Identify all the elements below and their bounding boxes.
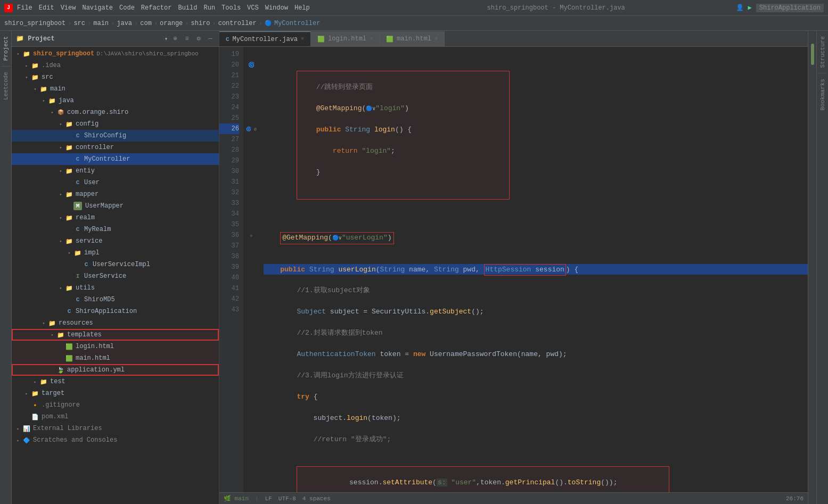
tree-utils[interactable]: ▾ 📁 utils [12,282,219,294]
tree-service[interactable]: ▾ 📁 service [12,235,219,247]
line-ending[interactable]: LF [265,495,272,502]
tree-userservice[interactable]: I UserService [12,270,219,282]
breadcrumb-main[interactable]: main [93,20,109,27]
tree-shiroconfig[interactable]: C ShiroConfig [12,130,219,142]
tree-pomxml[interactable]: 📄 pom.xml [12,411,219,423]
code-editor[interactable]: 19 20 21 22 23 24 25 26 27 28 29 30 31 3… [219,47,808,492]
breadcrumb-src[interactable]: src [73,20,85,27]
tree-mycontroller[interactable]: C MyController [12,153,219,165]
menu-window[interactable]: Window [265,4,288,12]
menu-bar[interactable]: File Edit View Navigate Code Refactor Bu… [17,4,376,12]
toolbar-sync-icon[interactable]: ⊕ [171,35,179,43]
editor-area: C MyController.java × 🟩 login.html × 🟩 m… [219,31,808,504]
breadcrumb-controller[interactable]: controller [218,20,257,27]
tree-shiromd5[interactable]: C ShiroMD5 [12,294,219,305]
tree-gitignore[interactable]: 🔸 .gitignore [12,399,219,411]
menu-refactor[interactable]: Refactor [141,4,172,12]
breadcrumb-shiro[interactable]: shiro [191,20,210,27]
toolbar-hide-icon[interactable]: — [206,35,215,43]
leetcode-tab[interactable]: Leetcode [1,69,11,103]
left-vertical-tabs: Project Leetcode [0,31,12,504]
tree-impl[interactable]: ▾ 📁 impl [12,247,219,259]
breadcrumb-com[interactable]: com [140,20,152,27]
breadcrumb-orange[interactable]: orange [160,20,183,27]
tree-mainhtml[interactable]: 🟩 main.html [12,352,219,364]
tree-external-libs[interactable]: ▸ 📊 External Libraries [12,423,219,434]
tree-applicationyml[interactable]: 🍃 application.yml [12,364,219,376]
menu-edit[interactable]: Edit [39,4,54,12]
menu-file[interactable]: File [17,4,32,12]
project-panel-title: 📁 Project [16,35,161,43]
bookmarks-tab[interactable]: Bookmarks [818,76,827,113]
tabs-bar: C MyController.java × 🟩 login.html × 🟩 m… [219,31,808,47]
tree-realm[interactable]: ▾ 📁 realm [12,212,219,224]
git-branch[interactable]: 🌿 main [224,495,249,502]
tree-userserviceimpl[interactable]: C UserServiceImpl [12,259,219,270]
tab-mycontroller[interactable]: C MyController.java × [219,31,311,46]
right-vertical-tabs: Structure Bookmarks [816,31,828,504]
menu-run[interactable]: Run [203,4,215,12]
close-tab-loginhtml[interactable]: × [370,36,373,42]
tab-mainhtml[interactable]: 🟩 main.html × [380,31,445,46]
breadcrumb-project[interactable]: shiro_springboot [4,20,65,27]
user-icon[interactable]: 👤 [736,4,744,12]
tree-src[interactable]: ▾ 📁 src [12,71,219,83]
tree-java[interactable]: ▾ 📁 java [12,95,219,106]
status-bar: 🌿 main | LF UTF-8 4 spaces 26:76 [219,492,808,504]
tree-idea[interactable]: ▸ 📁 .idea [12,60,219,71]
tab-loginhtml[interactable]: 🟩 login.html × [311,31,380,46]
menu-navigate[interactable]: Navigate [82,4,113,12]
toolbar-settings-icon[interactable]: ⚙ [194,35,203,43]
menu-view[interactable]: View [61,4,76,12]
title-right-controls: 👤 ▶ ShiroApplication [736,4,824,12]
tree-main[interactable]: ▾ 📁 main [12,83,219,95]
tree-user[interactable]: C User [12,177,219,188]
project-toolbar: 📁 Project ▾ ⊕ ≡ ⚙ — [12,31,219,47]
tree-usermapper[interactable]: M UserMapper [12,200,219,212]
code-content[interactable]: //跳转到登录页面 @GetMapping(🔵∨"login") public … [259,47,808,492]
tree-loginhtml[interactable]: 🟩 login.html [12,341,219,352]
cursor-position: 26:76 [786,495,804,502]
tree-templates[interactable]: ▾ 📁 templates [12,329,219,341]
breadcrumb-bar: shiro_springboot › src › main › java › c… [0,16,828,31]
right-strip [808,31,816,504]
gutter: 🌀 🌀 @ ◇ [243,47,259,492]
indent[interactable]: 4 spaces [302,495,331,502]
tree-target[interactable]: ▸ 📁 target [12,387,219,399]
menu-tools[interactable]: Tools [222,4,241,12]
app-name[interactable]: ShiroApplication [756,4,824,12]
tree-entiy[interactable]: ▾ 📁 entiy [12,165,219,177]
title-bar: J File Edit View Navigate Code Refactor … [0,0,828,16]
file-tree: ▾ 📁 shiro_springboot D:\JAVA\shiro\shiro… [12,47,219,504]
project-tab[interactable]: Project [1,33,11,64]
close-tab-mycontroller[interactable]: × [301,36,304,42]
encoding[interactable]: UTF-8 [278,495,296,502]
menu-code[interactable]: Code [119,4,135,12]
tree-package-com[interactable]: ▾ 📦 com.orange.shiro [12,106,219,118]
tree-root[interactable]: ▾ 📁 shiro_springboot D:\JAVA\shiro\shiro… [12,48,219,60]
toolbar-collapse-icon[interactable]: ≡ [183,35,191,43]
main-layout: Project Leetcode 📁 Project ▾ ⊕ ≡ ⚙ — ▾ 📁… [0,31,828,504]
structure-tab[interactable]: Structure [818,33,827,71]
close-tab-mainhtml[interactable]: × [435,36,438,42]
app-logo: J [4,4,13,12]
scrollbar-indicator[interactable] [811,44,814,65]
tree-config[interactable]: ▾ 📁 config [12,118,219,130]
tree-mapper[interactable]: ▾ 📁 mapper [12,188,219,200]
menu-help[interactable]: Help [294,4,310,12]
tree-myrealm[interactable]: C MyRealm [12,224,219,235]
status-separator: | [255,495,259,502]
tree-test[interactable]: ▸ 📁 test [12,376,219,387]
tree-resources[interactable]: ▾ 📁 resources [12,317,219,329]
tree-shiroapplication[interactable]: C ShiroApplication [12,305,219,317]
project-panel: 📁 Project ▾ ⊕ ≡ ⚙ — ▾ 📁 shiro_springboot… [12,31,219,504]
menu-build[interactable]: Build [178,4,197,12]
breadcrumb-mycontroller[interactable]: MyController [274,20,320,27]
breadcrumb-java[interactable]: java [117,20,132,27]
tree-scratches[interactable]: ▸ 🔷 Scratches and Consoles [12,434,219,446]
run-icon[interactable]: ▶ [748,4,752,12]
line-numbers: 19 20 21 22 23 24 25 26 27 28 29 30 31 3… [219,47,243,492]
window-title: shiro_springboot - MyController.java [376,4,736,12]
menu-vcs[interactable]: VCS [247,4,259,12]
tree-controller[interactable]: ▾ 📁 controller [12,142,219,153]
